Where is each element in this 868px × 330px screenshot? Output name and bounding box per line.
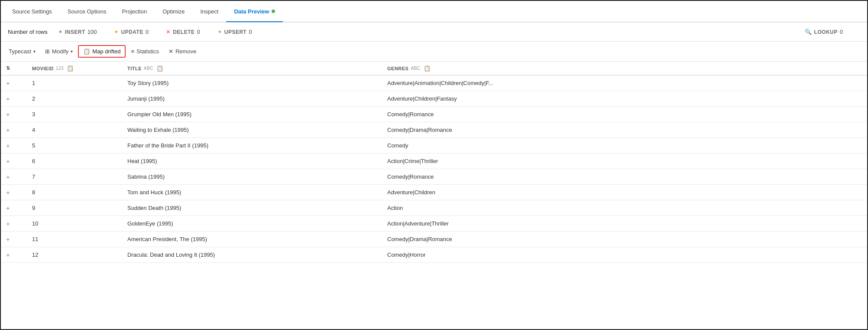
cell-title-11: American President, The (1995) (122, 232, 382, 247)
remove-icon: ✕ (168, 48, 173, 55)
plus-icon[interactable]: + (6, 79, 10, 87)
table-row: +11American President, The (1995)Comedy|… (1, 232, 867, 247)
statistics-label: Statistics (136, 48, 159, 55)
cell-genres-8: Adventure|Children (382, 185, 867, 200)
lookup-label: LOOKUP (814, 29, 837, 35)
movieid-edit-icon[interactable]: 📋 (67, 65, 74, 72)
modify-label: Modify (52, 48, 68, 55)
cell-movieid-3: 3 (27, 107, 122, 122)
remove-label: Remove (175, 48, 196, 55)
table-row: +9Sudden Death (1995)Action (1, 200, 867, 216)
remove-button[interactable]: ✕ Remove (164, 46, 201, 57)
table-row: +8Tom and Huck (1995)Adventure|Children (1, 185, 867, 200)
row-plus-2[interactable]: + (1, 91, 27, 107)
cell-title-1: Toy Story (1995) (122, 75, 382, 91)
row-plus-11[interactable]: + (1, 232, 27, 247)
col-header-title: TITLE abc 📋 (122, 62, 382, 75)
toolbar: Typecast ▾ ⊞ Modify ▾ 📋 Map drifted ≡ St… (1, 42, 867, 62)
cell-genres-5: Comedy (382, 138, 867, 154)
update-value: 0 (146, 29, 149, 35)
map-drifted-button[interactable]: 📋 Map drifted (78, 45, 126, 58)
plus-icon[interactable]: + (6, 142, 10, 149)
row-plus-3[interactable]: + (1, 107, 27, 122)
row-plus-1[interactable]: + (1, 75, 27, 91)
data-table: ⇅ MOVIEID 123 📋 TITLE abc (1, 62, 867, 263)
plus-icon[interactable]: + (6, 204, 10, 212)
cell-title-7: Sabrina (1995) (122, 169, 382, 185)
cell-movieid-6: 6 (27, 154, 122, 169)
row-plus-8[interactable]: + (1, 185, 27, 200)
cell-title-9: Sudden Death (1995) (122, 200, 382, 216)
table-row: +6Heat (1995)Action|Crime|Thriller (1, 154, 867, 169)
modify-icon: ⊞ (45, 48, 50, 55)
insert-label: INSERT (65, 29, 85, 35)
plus-icon[interactable]: + (6, 111, 10, 118)
delete-label: DELETE (173, 29, 194, 35)
top-nav: Source SettingsSource OptionsProjectionO… (1, 1, 867, 23)
cell-title-12: Dracula: Dead and Loving It (1995) (122, 247, 382, 263)
table-row: +3Grumpier Old Men (1995)Comedy|Romance (1, 107, 867, 122)
row-plus-4[interactable]: + (1, 122, 27, 138)
plus-icon[interactable]: + (6, 189, 10, 196)
cell-movieid-9: 9 (27, 200, 122, 216)
data-table-wrapper: ⇅ MOVIEID 123 📋 TITLE abc (1, 62, 867, 263)
genres-col-label: GENRES (387, 66, 408, 71)
cell-movieid-2: 2 (27, 91, 122, 107)
modify-button[interactable]: ⊞ Modify ▾ (41, 46, 77, 57)
nav-item-projection[interactable]: Projection (114, 1, 155, 22)
row-plus-6[interactable]: + (1, 154, 27, 169)
cell-movieid-12: 12 (27, 247, 122, 263)
plus-icon[interactable]: + (6, 126, 10, 134)
typecast-chevron-icon: ▾ (33, 49, 36, 54)
typecast-button[interactable]: Typecast ▾ (4, 46, 40, 57)
update-stat: ✦ UPDATE 0 (114, 29, 149, 35)
table-row: +5Father of the Bride Part II (1995)Come… (1, 138, 867, 154)
cell-movieid-8: 8 (27, 185, 122, 200)
cell-genres-4: Comedy|Drama|Romance (382, 122, 867, 138)
statistics-button[interactable]: ≡ Statistics (126, 46, 163, 57)
lookup-value: 0 (840, 29, 843, 35)
typecast-label: Typecast (9, 48, 31, 55)
plus-icon[interactable]: + (6, 220, 10, 227)
row-plus-10[interactable]: + (1, 216, 27, 232)
delete-value: 0 (197, 29, 200, 35)
title-edit-icon[interactable]: 📋 (156, 65, 164, 72)
cell-genres-3: Comedy|Romance (382, 107, 867, 122)
cell-title-4: Waiting to Exhale (1995) (122, 122, 382, 138)
stats-bar: Number of rows ✦ INSERT 100 ✦ UPDATE 0 ✕… (1, 23, 867, 42)
row-plus-12[interactable]: + (1, 247, 27, 263)
row-plus-9[interactable]: + (1, 200, 27, 216)
row-plus-7[interactable]: + (1, 169, 27, 185)
table-row: +7Sabrina (1995)Comedy|Romance (1, 169, 867, 185)
cell-title-2: Jumanji (1995) (122, 91, 382, 107)
plus-icon[interactable]: + (6, 251, 10, 258)
insert-icon: ✦ (58, 29, 63, 35)
nav-item-optimize[interactable]: Optimize (155, 1, 192, 22)
cell-genres-11: Comedy|Drama|Romance (382, 232, 867, 247)
row-plus-5[interactable]: + (1, 138, 27, 154)
col-header-genres: GENRES abc 📋 (382, 62, 867, 75)
cell-title-3: Grumpier Old Men (1995) (122, 107, 382, 122)
movieid-col-label: MOVIEID (32, 66, 54, 71)
plus-icon[interactable]: + (6, 235, 10, 243)
nav-item-data-preview[interactable]: Data Preview (226, 1, 283, 22)
plus-icon[interactable]: + (6, 157, 10, 165)
update-icon: ✦ (114, 29, 119, 35)
statistics-icon: ≡ (131, 48, 134, 55)
cell-genres-2: Adventure|Children|Fantasy (382, 91, 867, 107)
map-drifted-icon: 📋 (83, 48, 90, 55)
nav-item-source-settings[interactable]: Source Settings (4, 1, 60, 22)
nav-item-source-options[interactable]: Source Options (60, 1, 114, 22)
nav-item-inspect[interactable]: Inspect (193, 1, 227, 22)
plus-icon[interactable]: + (6, 173, 10, 180)
insert-stat: ✦ INSERT 100 (58, 29, 97, 35)
table-row: +10GoldenEye (1995)Action|Adventure|Thri… (1, 216, 867, 232)
lookup-stat: 🔍 LOOKUP 0 (805, 29, 843, 35)
cell-title-6: Heat (1995) (122, 154, 382, 169)
delete-icon: ✕ (166, 29, 171, 35)
lookup-icon: 🔍 (805, 29, 812, 35)
genres-edit-icon[interactable]: 📋 (424, 65, 431, 72)
active-dot (272, 10, 275, 13)
plus-icon[interactable]: + (6, 95, 10, 102)
movieid-type: 123 (56, 66, 64, 71)
